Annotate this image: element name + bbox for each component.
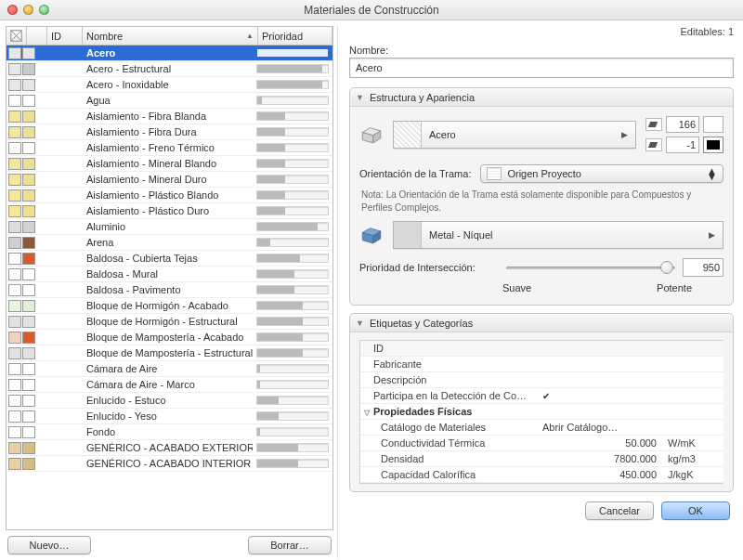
- table-row[interactable]: Baldosa - Mural: [7, 267, 332, 282]
- fg-pen-input[interactable]: [666, 116, 699, 133]
- disclosure-triangle-icon: ▼: [356, 93, 364, 102]
- table-row[interactable]: Bloque de Hormigón - Acabado: [7, 298, 332, 314]
- table-row[interactable]: Acero - Estructural: [7, 61, 332, 77]
- table-row[interactable]: Acero - Inoxidable: [7, 77, 332, 93]
- orientation-dropdown[interactable]: Origen Proyecto ▲▼: [480, 164, 723, 183]
- column-name[interactable]: Nombre▲: [83, 27, 258, 45]
- section-structure-header[interactable]: ▼ Estructura y Apariencia: [350, 88, 733, 107]
- surface-icon: [359, 225, 384, 245]
- fg-pen-icon[interactable]: [645, 118, 662, 131]
- table-row[interactable]: Aluminio: [7, 219, 332, 235]
- open-catalog-link[interactable]: Abrir Catálogo…: [537, 422, 668, 433]
- bg-color-swatch[interactable]: [703, 137, 723, 153]
- intersection-priority-slider[interactable]: [506, 259, 675, 276]
- updown-icon: ▲▼: [707, 168, 717, 179]
- table-row[interactable]: Cámara de Aire: [7, 361, 332, 377]
- materials-table-header: ID Nombre▲ Prioridad: [6, 26, 333, 45]
- cut-fill-swatch: [394, 122, 422, 148]
- checkbox-checked-icon: ✔: [542, 391, 550, 401]
- disclosure-triangle-icon: ▽: [364, 409, 370, 417]
- disclosure-triangle-icon: ▼: [356, 319, 364, 328]
- table-row[interactable]: Arena: [7, 235, 332, 251]
- bg-pen-input[interactable]: [666, 137, 699, 153]
- table-row[interactable]: Baldosa - Cubierta Tejas: [7, 251, 332, 267]
- intersection-priority-input[interactable]: [683, 258, 723, 277]
- table-row[interactable]: Bloque de Mampostería - Estructural: [7, 345, 332, 361]
- cancel-button[interactable]: Cancelar: [585, 501, 654, 520]
- minimize-window-button[interactable]: [23, 5, 33, 15]
- editables-count: Editables: 1: [345, 26, 737, 43]
- fg-color-swatch[interactable]: [703, 116, 723, 133]
- table-row[interactable]: Baldosa - Pavimento: [7, 282, 332, 298]
- table-row[interactable]: Aislamiento - Freno Térmico: [7, 140, 332, 156]
- table-row[interactable]: Enlucido - Yeso: [7, 409, 332, 424]
- table-row[interactable]: Agua: [7, 93, 332, 109]
- table-row[interactable]: Bloque de Hormigón - Estructural: [7, 314, 332, 330]
- cut-fill-selector[interactable]: Acero ▶: [393, 121, 636, 149]
- column-filter-icon[interactable]: [7, 27, 27, 45]
- section-tags-header[interactable]: ▼ Etiquetas y Categorías: [350, 314, 733, 332]
- name-label: Nombre:: [349, 45, 388, 56]
- delete-button[interactable]: Borrar…: [248, 536, 332, 554]
- window-title: Materiales de Construcción: [0, 4, 743, 17]
- new-button[interactable]: Nuevo…: [7, 536, 91, 554]
- bg-pen-icon[interactable]: [645, 138, 662, 151]
- slider-max-label: Potente: [657, 282, 692, 293]
- column-priority[interactable]: Prioridad: [258, 27, 332, 45]
- close-window-button[interactable]: [7, 5, 18, 15]
- table-row[interactable]: Aislamiento - Fibra Dura: [7, 124, 332, 140]
- properties-table[interactable]: ID Fabricante Descripción Participa en l…: [359, 340, 723, 484]
- material-name-input[interactable]: [349, 58, 734, 78]
- table-row[interactable]: Enlucido - Estuco: [7, 393, 332, 409]
- intersection-priority-label: Prioridad de Intersección:: [359, 262, 499, 273]
- table-row[interactable]: Cámara de Aire - Marco: [7, 377, 332, 393]
- orientation-label: Orientación de la Trama:: [359, 168, 471, 179]
- sort-asc-icon: ▲: [246, 32, 254, 40]
- table-row[interactable]: Aislamiento - Plástico Blando: [7, 188, 332, 203]
- table-row[interactable]: Aislamiento - Mineral Blando: [7, 156, 332, 172]
- table-row[interactable]: Bloque de Mampostería - Acabado: [7, 330, 332, 345]
- table-row[interactable]: GENÉRICO - ACABADO INTERIOR: [7, 456, 332, 472]
- window-titlebar: Materiales de Construcción: [0, 0, 743, 20]
- column-id[interactable]: ID: [47, 27, 83, 45]
- chevron-right-icon: ▶: [614, 130, 635, 139]
- ok-button[interactable]: OK: [661, 501, 730, 520]
- table-row[interactable]: Aislamiento - Mineral Duro: [7, 172, 332, 188]
- chevron-right-icon: ▶: [701, 230, 723, 240]
- surface-selector[interactable]: Metal - Níquel ▶: [393, 221, 723, 249]
- zoom-window-button[interactable]: [39, 5, 49, 15]
- table-row[interactable]: Fondo: [7, 424, 332, 440]
- slider-min-label: Suave: [502, 282, 531, 293]
- table-row[interactable]: Aislamiento - Plástico Duro: [7, 203, 332, 219]
- table-row[interactable]: Aislamiento - Fibra Blanda: [7, 109, 332, 124]
- orientation-icon: [487, 167, 502, 180]
- orientation-note: Nota: La Orientación de la Trama está so…: [350, 185, 733, 221]
- table-row[interactable]: Acero: [7, 46, 332, 61]
- table-row[interactable]: GENÉRICO - ACABADO EXTERIOR: [7, 440, 332, 456]
- surface-swatch: [394, 222, 422, 248]
- cut-fill-icon: [359, 124, 384, 145]
- materials-list[interactable]: AceroAcero - EstructuralAcero - Inoxidab…: [6, 45, 333, 530]
